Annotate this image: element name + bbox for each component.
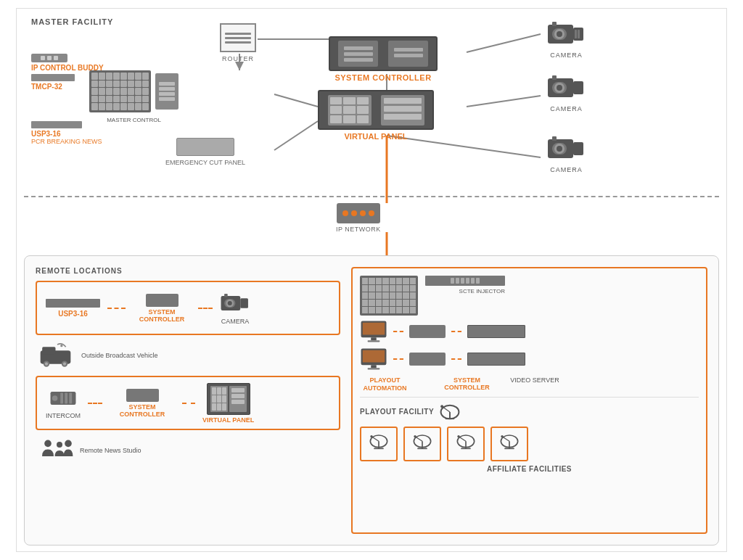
ob-vehicle-label: Outside Broadcast Vehicle xyxy=(81,352,158,359)
router-label: ROUTER xyxy=(222,55,254,62)
svg-point-27 xyxy=(557,146,562,152)
affiliate-icon-1 xyxy=(360,427,398,461)
svg-line-67 xyxy=(372,436,379,441)
camera-top-icon xyxy=(546,19,586,49)
svg-line-5 xyxy=(467,34,541,52)
svg-rect-28 xyxy=(573,142,583,155)
video-server-label: VIDEO SERVER xyxy=(509,376,560,384)
svg-rect-52 xyxy=(363,323,385,335)
svg-point-78 xyxy=(457,435,459,437)
svg-point-21 xyxy=(557,85,562,91)
usp3-box: USP3-16 PCR BREAKING NEWS xyxy=(31,121,102,145)
svg-rect-23 xyxy=(552,75,557,80)
svg-line-77 xyxy=(459,436,466,441)
rns-label: Remote News Studio xyxy=(80,447,141,454)
rns-icon xyxy=(39,437,74,464)
svg-rect-29 xyxy=(552,136,557,141)
svg-point-48 xyxy=(44,440,52,448)
usp3-16-label: USP3-16 xyxy=(31,130,102,138)
svg-point-13 xyxy=(557,31,562,37)
affiliate-facilities-label: AFFILIATE FACILITIES xyxy=(360,465,699,473)
ob-vehicle-icon xyxy=(39,342,75,368)
playout-automation-label: PLAYOUTAUTOMATION xyxy=(361,376,409,392)
remote-camera-label-usp: CAMERA xyxy=(221,318,250,325)
svg-rect-54 xyxy=(368,340,380,342)
svg-rect-34 xyxy=(240,298,248,308)
intercom-virtual-panel-label: VIRTUAL PANEL xyxy=(202,416,254,424)
svg-line-82 xyxy=(502,436,509,441)
affiliate-dish-4 xyxy=(496,432,522,453)
playout-dish-icon xyxy=(438,402,461,422)
svg-rect-45 xyxy=(60,392,63,403)
scte-injector-label: SCTE INJECTOR xyxy=(425,288,505,295)
camera-mid-icon xyxy=(546,73,586,103)
master-control-group: MASTER CONTROL xyxy=(89,70,178,112)
svg-rect-58 xyxy=(368,368,380,369)
svg-point-42 xyxy=(60,345,62,347)
affiliate-icon-3 xyxy=(447,427,485,461)
svg-point-68 xyxy=(370,435,372,437)
playout-top-row: SCTE INJECTOR xyxy=(360,276,699,316)
camera-bot-icon xyxy=(546,133,586,164)
system-controller-master-label: SYSTEM CONTROLLER xyxy=(334,73,431,82)
ip-network-label: IP NETWORK xyxy=(336,226,381,233)
master-facility-label: MASTER FACILITY xyxy=(31,17,113,26)
router-icon xyxy=(220,23,256,52)
playout-box: SCTE INJECTOR xyxy=(351,267,707,534)
emergency-cut-panel-label: EMERGENCY CUT PANEL xyxy=(165,159,245,166)
affiliate-row: AFFILIATE FACILITIES xyxy=(360,427,699,473)
monitor-icon-2 xyxy=(360,347,387,371)
camera-bot-label: CAMERA xyxy=(550,166,583,173)
remote-sys-ctrl-label-usp: SYSTEM CONTROLLER xyxy=(133,308,191,323)
remote-locations-label: REMOTE LOCATIONS xyxy=(36,267,340,275)
master-control-label: MASTER CONTROL xyxy=(89,117,178,123)
camera-top: CAMERA xyxy=(546,19,586,59)
svg-point-39 xyxy=(45,363,48,366)
virtual-panel-master-label: VIRTUAL PANEL xyxy=(345,132,408,141)
svg-rect-56 xyxy=(363,350,385,363)
svg-point-73 xyxy=(414,435,416,437)
svg-rect-22 xyxy=(573,81,583,94)
svg-rect-37 xyxy=(42,347,55,354)
tmcp-label: TMCP-32 xyxy=(31,83,75,91)
svg-point-33 xyxy=(228,301,232,305)
svg-rect-47 xyxy=(69,392,72,403)
svg-line-6 xyxy=(467,96,541,107)
playout-mid-row1 xyxy=(360,320,699,343)
monitor-icon-1 xyxy=(360,320,387,343)
virtual-panel-master: VIRTUAL PANEL xyxy=(318,90,434,141)
affiliate-dish-2 xyxy=(409,432,435,453)
camera-mid: CAMERA xyxy=(546,73,586,112)
svg-line-3 xyxy=(274,121,318,150)
affiliate-icon-4 xyxy=(490,427,528,461)
remote-sys-ctrl-label-intercom: SYSTEM CONTROLLER xyxy=(110,403,175,418)
playout-mid-row2 xyxy=(360,347,699,371)
svg-line-4 xyxy=(274,94,318,107)
remote-intercom-box: INTERCOM SYSTEM CONTROLLER xyxy=(36,376,340,430)
emergency-cut-panel-box: EMERGENCY CUT PANEL xyxy=(165,138,245,166)
svg-point-44 xyxy=(52,395,58,401)
affiliate-dish-1 xyxy=(366,432,392,453)
affiliate-dish-3 xyxy=(453,432,479,453)
svg-point-41 xyxy=(63,363,66,366)
svg-line-62 xyxy=(442,406,450,412)
playout-facility-row: PLAYOUT FACILITY xyxy=(360,397,699,422)
affiliate-icon-2 xyxy=(403,427,441,461)
svg-point-83 xyxy=(501,435,503,437)
svg-rect-17 xyxy=(552,22,557,26)
playout-sys-ctrl-label: SYSTEM CONTROLLER xyxy=(436,376,498,391)
camera-mid-label: CAMERA xyxy=(550,105,583,112)
playout-facility-label: PLAYOUT FACILITY xyxy=(360,408,434,416)
remote-locations-box: REMOTE LOCATIONS USP3-16 SYSTEM CONTROLL… xyxy=(36,267,340,534)
playout-labels-row: PLAYOUTAUTOMATION SYSTEM CONTROLLER VIDE… xyxy=(360,376,699,392)
svg-line-72 xyxy=(415,436,422,441)
svg-rect-35 xyxy=(224,294,228,297)
ip-network-box: IP NETWORK xyxy=(336,203,381,233)
intercom-icon xyxy=(49,387,77,410)
svg-rect-46 xyxy=(65,392,67,403)
remote-usp-row-box: USP3-16 SYSTEM CONTROLLER xyxy=(36,281,340,335)
bottom-section: REMOTE LOCATIONS USP3-16 SYSTEM CONTROLL… xyxy=(24,255,719,545)
ob-vehicle-area: Outside Broadcast Vehicle xyxy=(39,342,340,368)
svg-rect-16 xyxy=(578,30,580,38)
system-controller-master: SYSTEM CONTROLLER xyxy=(329,36,438,82)
